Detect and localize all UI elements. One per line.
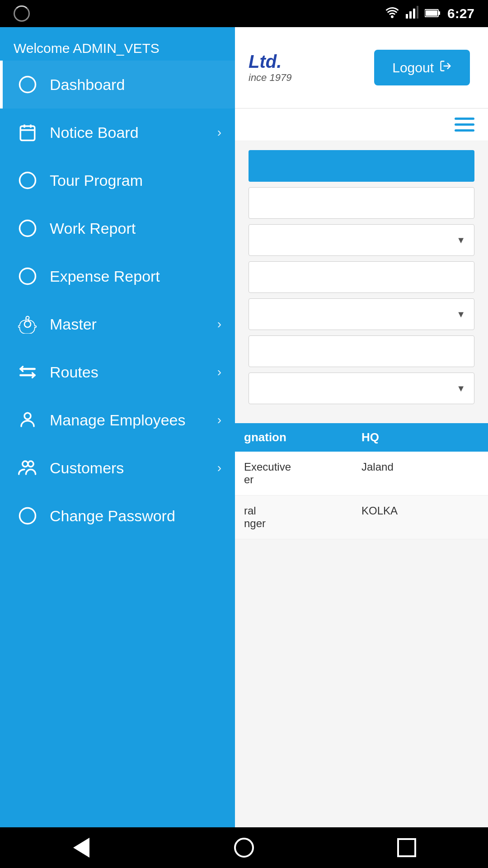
cell-designation-1: Executiveer	[244, 461, 361, 486]
back-icon	[73, 838, 89, 858]
sidebar-label-work-report: Work Report	[50, 220, 221, 237]
sidebar-item-work-report[interactable]: Work Report	[0, 204, 235, 252]
form-select-2[interactable]	[249, 298, 474, 330]
sidebar-label-notice-board: Notice Board	[50, 124, 217, 142]
form-select-3[interactable]	[249, 373, 474, 404]
time-display: 6:27	[447, 6, 474, 21]
signal-icon	[406, 6, 418, 22]
logout-label: Logout	[392, 60, 434, 75]
svg-point-7	[20, 77, 36, 93]
sidebar-label-master: Master	[50, 316, 217, 333]
form-area	[235, 141, 488, 419]
sidebar-item-change-password[interactable]: Change Password	[0, 492, 235, 540]
sidebar-item-tour-program[interactable]: Tour Program	[0, 156, 235, 204]
col-hq: HQ	[361, 430, 479, 444]
sidebar-label-routes: Routes	[50, 363, 217, 381]
manage-employees-icon	[16, 409, 39, 431]
svg-point-20	[20, 508, 36, 524]
notice-board-icon	[16, 121, 39, 144]
sidebar: Welcome ADMIN_VETS Dashboard Notice Boar…	[0, 27, 235, 827]
recent-button[interactable]	[389, 834, 425, 861]
sidebar-label-change-password: Change Password	[50, 507, 221, 525]
svg-point-15	[24, 321, 31, 327]
form-select-1[interactable]	[249, 224, 474, 256]
chevron-right-icon-customers: ›	[217, 461, 221, 475]
sidebar-item-manage-employees[interactable]: Manage Employees ›	[0, 396, 235, 444]
svg-rect-2	[413, 9, 415, 19]
logout-icon	[439, 60, 452, 75]
hamburger-line-2	[455, 123, 474, 126]
main-layout: Welcome ADMIN_VETS Dashboard Notice Boar…	[0, 27, 488, 827]
sidebar-item-expense-report[interactable]: Expense Report	[0, 252, 235, 300]
welcome-text: Welcome ADMIN_VETS	[0, 27, 235, 61]
form-row-6	[249, 373, 474, 404]
sidebar-label-dashboard: Dashboard	[50, 76, 221, 94]
status-bar: 6:27	[0, 0, 488, 27]
chevron-right-icon: ›	[217, 125, 221, 140]
change-password-icon	[16, 505, 39, 527]
svg-point-13	[20, 221, 36, 236]
sidebar-label-tour-program: Tour Program	[50, 172, 221, 189]
form-row-5	[249, 335, 474, 367]
company-since: ince 1979	[249, 72, 291, 84]
bottom-nav	[0, 827, 488, 868]
routes-icon	[16, 361, 39, 383]
svg-point-16	[26, 316, 29, 320]
company-logo-area: Ltd. ince 1979	[235, 42, 305, 93]
cell-hq-2: KOLKA	[361, 505, 479, 530]
svg-rect-5	[438, 11, 440, 15]
form-row-4	[249, 298, 474, 330]
form-row-3	[249, 261, 474, 293]
sidebar-item-notice-board[interactable]: Notice Board ›	[0, 108, 235, 156]
sidebar-item-master[interactable]: Master ›	[0, 300, 235, 348]
svg-point-17	[24, 413, 31, 419]
table-row-2[interactable]: ralnger KOLKA	[235, 495, 488, 539]
spinner-icon	[14, 5, 30, 22]
work-report-icon	[16, 217, 39, 240]
chevron-right-icon-master: ›	[217, 317, 221, 331]
recent-icon	[397, 838, 416, 857]
table-header: gnation HQ	[235, 423, 488, 452]
sidebar-item-dashboard[interactable]: Dashboard	[0, 61, 235, 108]
sidebar-item-routes[interactable]: Routes ›	[0, 348, 235, 396]
sidebar-label-manage-employees: Manage Employees	[50, 411, 217, 429]
wifi-icon	[385, 6, 399, 21]
status-bar-left	[14, 5, 30, 22]
form-input-2[interactable]	[249, 261, 474, 293]
home-icon	[234, 838, 254, 858]
svg-rect-0	[406, 14, 408, 19]
company-name: Ltd.	[249, 52, 291, 72]
sidebar-label-customers: Customers	[50, 459, 217, 477]
status-bar-right: 6:27	[385, 6, 474, 22]
master-icon	[16, 313, 39, 335]
form-row-2	[249, 224, 474, 256]
sidebar-label-expense-report: Expense Report	[50, 268, 221, 285]
form-input-1[interactable]	[249, 187, 474, 219]
back-button[interactable]	[63, 834, 99, 861]
hamburger-line-1	[455, 118, 474, 120]
col-designation: gnation	[244, 430, 361, 444]
home-button[interactable]	[226, 834, 262, 861]
right-header: Ltd. ince 1979 Logout	[235, 27, 488, 108]
right-panel: Ltd. ince 1979 Logout	[235, 27, 488, 827]
form-input-3[interactable]	[249, 335, 474, 367]
svg-rect-6	[426, 10, 437, 16]
form-row-1	[249, 187, 474, 219]
hamburger-bar[interactable]	[235, 108, 488, 141]
svg-point-12	[20, 173, 36, 189]
sidebar-item-customers[interactable]: Customers ›	[0, 444, 235, 492]
svg-point-14	[20, 269, 36, 284]
logout-button[interactable]: Logout	[374, 50, 470, 85]
blue-bar	[249, 150, 474, 182]
expense-report-icon	[16, 265, 39, 288]
hamburger-icon[interactable]	[455, 118, 474, 132]
chevron-right-icon-routes: ›	[217, 365, 221, 379]
svg-rect-8	[20, 126, 35, 141]
chevron-right-icon-employees: ›	[217, 413, 221, 427]
svg-rect-1	[409, 11, 412, 19]
cell-hq-1: Jaland	[361, 461, 479, 486]
table-row-1[interactable]: Executiveer Jaland	[235, 452, 488, 495]
dashboard-icon	[16, 73, 39, 96]
cell-designation-2: ralnger	[244, 505, 361, 530]
svg-rect-3	[417, 6, 418, 19]
